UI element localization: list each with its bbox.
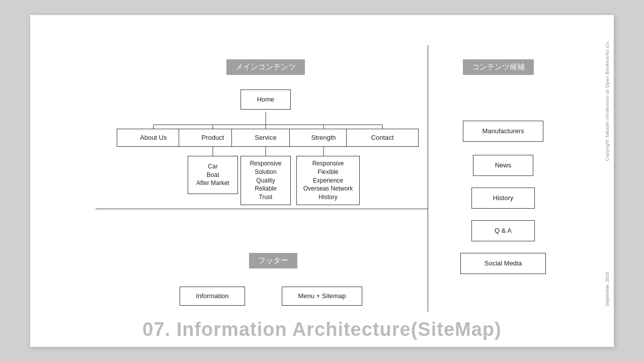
copyright-text: Copyright Takashi Hirakimoto at Open Boo… bbox=[605, 40, 610, 161]
history-box: History bbox=[471, 188, 535, 209]
home-box: Home bbox=[240, 89, 291, 110]
social-media-box: Social Media bbox=[460, 253, 546, 274]
manufacturers-box: Manufacturers bbox=[463, 121, 543, 142]
horizontal-divider bbox=[96, 209, 428, 209]
menu-sitemap-box: Menu + Sitemap bbox=[282, 287, 362, 306]
information-box: Information bbox=[180, 287, 245, 306]
slide: メインコンテンツ コンテンツ候補 フッター Home About Us Prod… bbox=[30, 15, 614, 347]
main-section-label: メインコンテンツ bbox=[226, 59, 305, 75]
footer-section-label: フッター bbox=[249, 253, 297, 268]
product-children-box: CarBoatAfter Market bbox=[188, 156, 238, 194]
bottom-title: 07. Information Architecture(SiteMap) bbox=[30, 312, 614, 347]
qa-box: Q & A bbox=[471, 220, 535, 241]
service-children-box: ResponsiveSolutionQualityReliableTrust bbox=[240, 156, 291, 205]
sub-section-label: コンテンツ候補 bbox=[463, 59, 534, 75]
news-box: News bbox=[473, 155, 533, 176]
vertical-divider bbox=[428, 45, 428, 312]
strength-children-box: ResponsiveFlexibleExperienceOverseas Net… bbox=[296, 156, 360, 205]
year-text: September, 2018 bbox=[605, 272, 610, 307]
contact-box: Contact bbox=[346, 129, 419, 147]
